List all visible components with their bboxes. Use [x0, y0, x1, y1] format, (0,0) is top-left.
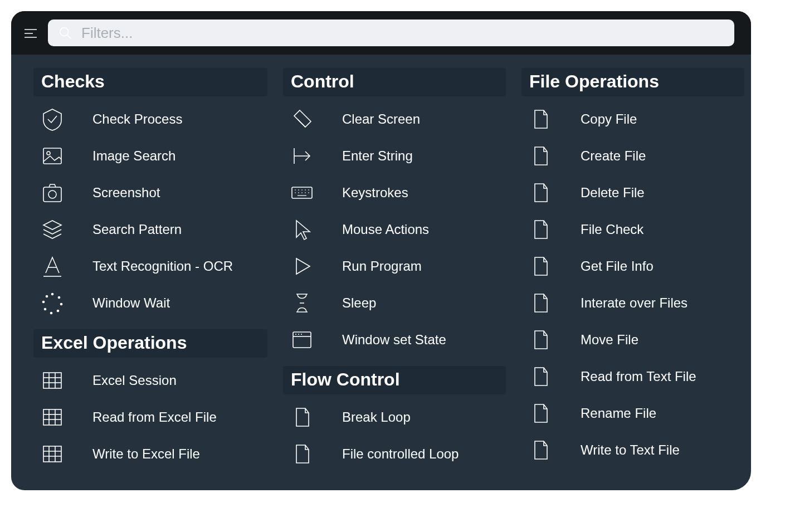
content-grid: ChecksCheck ProcessImage SearchScreensho… [11, 55, 751, 490]
item-run-program[interactable]: Run Program [283, 248, 506, 285]
file-icon [528, 217, 553, 242]
grid-icon [40, 368, 65, 393]
item-check-process[interactable]: Check Process [33, 101, 267, 138]
cursor-icon [290, 217, 314, 242]
item-enter-string[interactable]: Enter String [283, 138, 506, 174]
camera-icon [40, 180, 65, 205]
app-window: ChecksCheck ProcessImage SearchScreensho… [11, 11, 751, 490]
item-search-pattern[interactable]: Search Pattern [33, 211, 267, 248]
sleep-icon [290, 291, 314, 315]
item-create-file[interactable]: Create File [521, 138, 744, 174]
category-flow-control: Flow ControlBreak LoopFile controlled Lo… [283, 366, 506, 472]
category-checks: ChecksCheck ProcessImage SearchScreensho… [33, 68, 267, 321]
item-label: Image Search [92, 148, 175, 164]
item-label: File controlled Loop [342, 446, 459, 462]
item-label: Check Process [92, 111, 182, 127]
item-label: Window set State [342, 332, 446, 348]
menu-lines-icon [23, 25, 38, 41]
file-icon [528, 180, 553, 205]
ocr-icon [40, 254, 65, 279]
item-iterate-over-files[interactable]: Interate over Files [521, 285, 744, 321]
item-read-from-text-file[interactable]: Read from Text File [521, 358, 744, 395]
item-label: Run Program [342, 258, 422, 274]
item-delete-file[interactable]: Delete File [521, 174, 744, 211]
item-read-from-excel-file[interactable]: Read from Excel File [33, 399, 267, 436]
image-icon [40, 144, 65, 168]
file-icon [528, 144, 553, 168]
item-get-file-info[interactable]: Get File Info [521, 248, 744, 285]
item-file-check[interactable]: File Check [521, 211, 744, 248]
file-icon [528, 401, 553, 426]
category-header-control[interactable]: Control [283, 68, 506, 96]
item-label: Excel Session [92, 373, 177, 388]
item-move-file[interactable]: Move File [521, 321, 744, 358]
shield-check-icon [40, 107, 65, 131]
item-label: Clear Screen [342, 111, 420, 127]
item-label: Get File Info [581, 258, 654, 274]
item-label: Text Recognition - OCR [92, 258, 233, 274]
item-label: Move File [581, 332, 638, 348]
category-control: ControlClear ScreenEnter StringKeystroke… [283, 68, 506, 358]
item-window-set-state[interactable]: Window set State [283, 321, 506, 358]
item-label: Read from Text File [581, 369, 696, 384]
item-label: Break Loop [342, 409, 411, 425]
search-bar[interactable] [48, 19, 734, 46]
item-label: Screenshot [92, 185, 160, 201]
eraser-icon [290, 107, 314, 131]
category-header-excel-operations[interactable]: Excel Operations [33, 329, 267, 358]
item-label: Sleep [342, 295, 376, 311]
item-keystrokes[interactable]: Keystrokes [283, 174, 506, 211]
grid-icon [40, 405, 65, 429]
item-label: File Check [581, 222, 643, 237]
layers-icon [40, 217, 65, 242]
item-rename-file[interactable]: Rename File [521, 395, 744, 432]
item-mouse-actions[interactable]: Mouse Actions [283, 211, 506, 248]
category-items-control: Clear ScreenEnter StringKeystrokesMouse … [283, 101, 506, 358]
item-sleep[interactable]: Sleep [283, 285, 506, 321]
file-icon [528, 438, 553, 462]
search-icon [58, 26, 72, 40]
item-label: Keystrokes [342, 185, 408, 201]
item-label: Mouse Actions [342, 222, 429, 237]
item-screenshot[interactable]: Screenshot [33, 174, 267, 211]
category-header-checks[interactable]: Checks [33, 68, 267, 96]
item-window-wait[interactable]: Window Wait [33, 285, 267, 321]
file-icon [528, 291, 553, 315]
enter-icon [290, 144, 314, 168]
file-icon [528, 364, 553, 389]
search-input[interactable] [81, 25, 724, 42]
category-excel-operations: Excel OperationsExcel SessionRead from E… [33, 329, 267, 472]
category-items-checks: Check ProcessImage SearchScreenshotSearc… [33, 101, 267, 321]
item-file-controlled-loop[interactable]: File controlled Loop [283, 436, 506, 472]
column-0: ChecksCheck ProcessImage SearchScreensho… [33, 68, 267, 472]
grid-icon [40, 442, 65, 466]
item-label: Write to Text File [581, 442, 680, 458]
category-items-excel-operations: Excel SessionRead from Excel FileWrite t… [33, 362, 267, 472]
category-header-flow-control[interactable]: Flow Control [283, 366, 506, 394]
item-image-search[interactable]: Image Search [33, 138, 267, 174]
file-icon [528, 328, 553, 352]
item-label: Delete File [581, 185, 645, 201]
menu-button[interactable] [21, 23, 40, 42]
column-1: ControlClear ScreenEnter StringKeystroke… [283, 68, 506, 472]
window-icon [290, 328, 314, 352]
item-label: Enter String [342, 148, 413, 164]
item-write-to-text-file[interactable]: Write to Text File [521, 432, 744, 468]
file-icon [290, 405, 314, 429]
item-copy-file[interactable]: Copy File [521, 101, 744, 138]
item-write-to-excel-file[interactable]: Write to Excel File [33, 436, 267, 472]
item-label: Read from Excel File [92, 409, 217, 425]
item-label: Rename File [581, 406, 656, 421]
item-text-recognition-ocr[interactable]: Text Recognition - OCR [33, 248, 267, 285]
item-label: Search Pattern [92, 222, 182, 237]
category-items-file-operations: Copy FileCreate FileDelete FileFile Chec… [521, 101, 744, 468]
category-file-operations: File OperationsCopy FileCreate FileDelet… [521, 68, 744, 468]
item-break-loop[interactable]: Break Loop [283, 399, 506, 436]
keyboard-icon [290, 180, 314, 205]
category-header-file-operations[interactable]: File Operations [521, 68, 744, 96]
item-label: Window Wait [92, 295, 170, 311]
item-clear-screen[interactable]: Clear Screen [283, 101, 506, 138]
file-icon [290, 442, 314, 466]
column-2: File OperationsCopy FileCreate FileDelet… [521, 68, 744, 468]
item-excel-session[interactable]: Excel Session [33, 362, 267, 399]
